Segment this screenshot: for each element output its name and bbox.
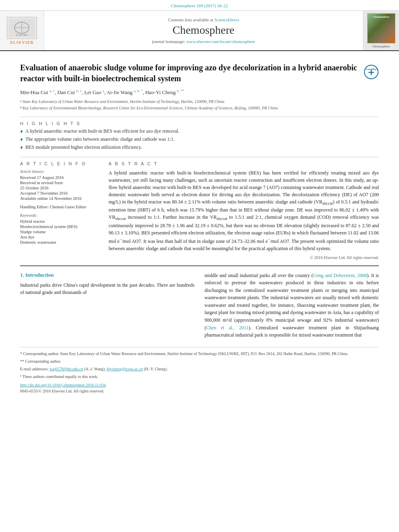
article-info-label: A R T I C L E I N F O	[20, 161, 101, 166]
sd-availability: Contents lists available at ScienceDirec…	[168, 17, 239, 22]
highlight-text-1: A hybrid anaerobic reactor with built-in…	[25, 128, 179, 134]
highlights-label: H I G H L I G H T S	[20, 121, 379, 126]
abstract-label: A B S T R A C T	[109, 161, 379, 166]
intro-col2-text: middle and small industrial parks all ov…	[205, 272, 379, 339]
highlight-item-3: ♦ BES module presented higher electron u…	[20, 144, 379, 151]
page-citation-bar: Chemosphere 169 (2017) 18–22	[0, 0, 399, 11]
journal-cover-section: Chemosphere	[363, 11, 399, 50]
journal-homepage: journal homepage: www.elsevier.com/locat…	[152, 39, 255, 44]
journal-url[interactable]: www.elsevier.com/locate/chemosphere	[186, 39, 255, 44]
svg-text:ELSEVIER: ELSEVIER	[16, 34, 27, 36]
highlight-text-2: The appropriate volume ratio between ana…	[25, 136, 175, 142]
sciencedirect-link[interactable]: ScienceDirect	[214, 17, 239, 22]
page-citation: Chemosphere 169 (2017) 18–22	[171, 3, 228, 8]
article-info-abstract-section: A R T I C L E I N F O Article history: R…	[20, 161, 379, 260]
divider-2	[20, 157, 379, 157]
journal-title: Chemosphere	[173, 24, 234, 37]
affil-a: a State Key Laboratory of Urban Water Re…	[20, 99, 379, 105]
history-label: Article history:	[20, 169, 101, 174]
main-content: Evaluation of anaerobic sludge volume fo…	[0, 51, 399, 403]
affiliations: a State Key Laboratory of Urban Water Re…	[20, 99, 379, 111]
footnote-dstar: ** Corresponding author.	[20, 358, 379, 364]
elsevier-logo-section: ELSEVIER ELSEVIER	[0, 11, 44, 50]
hist-online: Available online 14 November 2016	[20, 196, 101, 201]
keywords-label: Keywords:	[20, 213, 101, 218]
journal-header: ELSEVIER ELSEVIER Contents lists availab…	[0, 11, 399, 51]
article-title: Evaluation of anaerobic sludge volume fo…	[20, 62, 358, 84]
doi-line: http://dx.doi.org/10.1016/j.chemosphere.…	[20, 382, 379, 388]
keyword-1: Hybrid reactor	[20, 219, 101, 224]
intro-col-left: 1. Introduction Industrial parks drive C…	[20, 272, 195, 339]
keyword-5: Domestic wastewater	[20, 240, 101, 244]
highlights-section: H I G H L I G H T S ♦ A hybrid anaerobic…	[20, 121, 379, 151]
elsevier-logo: ELSEVIER ELSEVIER	[7, 17, 37, 45]
footnotes-section: * Corresponding author. State Key Labora…	[20, 347, 379, 394]
hist-revised-date: 25 October 2016	[20, 186, 101, 190]
elsevier-logo-image: ELSEVIER	[7, 17, 37, 39]
footnote-1: ¹ These authors contributed equally to t…	[20, 374, 379, 380]
keywords-section: Keywords: Hybrid reactor Bioelectrochemi…	[20, 213, 101, 244]
ref-geng[interactable]: Geng and Doberstein, 2008	[313, 273, 367, 278]
keyword-4: Azo dye	[20, 235, 101, 239]
article-info-section: A R T I C L E I N F O Article history: R…	[20, 161, 101, 260]
cover-label: Chemosphere	[372, 45, 390, 48]
journal-cover-image	[367, 13, 395, 43]
keyword-2: Bioelectrochemical system (BES)	[20, 224, 101, 229]
highlight-item-1: ♦ A hybrid anaerobic reactor with built-…	[20, 128, 379, 135]
highlight-bullet-1: ♦	[20, 128, 23, 135]
highlight-bullet-2: ♦	[20, 136, 23, 143]
handling-editor: Handling Editor: Chennai Guest Editor	[20, 205, 101, 209]
footnote-email: E-mail addresses: waj0578@hit.edu.cn (A.…	[20, 366, 379, 372]
authors: Min-Hua Cui a, 1, Dan Cui b, 1, Lei Gao …	[20, 89, 379, 96]
intro-heading: 1. Introduction	[20, 272, 195, 278]
email-label: E-mail addresses:	[20, 367, 49, 371]
crossmark-badge: CrossMark	[364, 64, 379, 80]
doi-link[interactable]: http://dx.doi.org/10.1016/j.chemosphere.…	[20, 383, 106, 387]
email-cheng[interactable]: hlycheng@rcees.ac.cn	[107, 367, 143, 371]
elsevier-text: ELSEVIER	[10, 40, 34, 45]
thick-divider	[20, 265, 379, 266]
issn-line: 0045-6535/© 2016 Elsevier Ltd. All right…	[20, 388, 379, 394]
keyword-3: Sludge volume	[20, 230, 101, 234]
highlight-text-3: BES module presented higher electron uti…	[25, 144, 142, 150]
ref-chen[interactable]: Chen et al., 2011	[206, 325, 249, 331]
affil-b: b Key Laboratory of Environmental Biotec…	[20, 105, 379, 111]
hist-received: Received 17 August 2016	[20, 175, 101, 180]
article-history: Article history: Received 17 August 2016…	[20, 169, 101, 201]
introduction-section: 1. Introduction Industrial parks drive C…	[20, 272, 379, 339]
page: Chemosphere 169 (2017) 18–22 ELSEVIER EL…	[0, 0, 399, 532]
journal-header-center: Contents lists available at ScienceDirec…	[44, 11, 363, 50]
intro-col1-text: Industrial parks drive China's rapid dev…	[20, 281, 195, 296]
email-wang[interactable]: waj0578@hit.edu.cn	[49, 367, 83, 371]
article-title-section: Evaluation of anaerobic sludge volume fo…	[20, 62, 379, 84]
divider-1	[20, 117, 379, 117]
hist-accepted: Accepted 7 November 2016	[20, 191, 101, 195]
abstract-text: A hybrid anaerobic reactor with built-in…	[109, 169, 379, 252]
copyright: © 2016 Elsevier Ltd. All rights reserved…	[109, 255, 379, 260]
highlight-item-2: ♦ The appropriate volume ratio between a…	[20, 136, 379, 143]
footnote-star: * Corresponding author. State Key Labora…	[20, 351, 379, 357]
hist-revised-label: Received in revised form	[20, 181, 101, 185]
highlight-bullet-3: ♦	[20, 144, 23, 151]
abstract-section: A B S T R A C T A hybrid anaerobic react…	[109, 161, 379, 260]
intro-col-right: middle and small industrial parks all ov…	[205, 272, 379, 339]
